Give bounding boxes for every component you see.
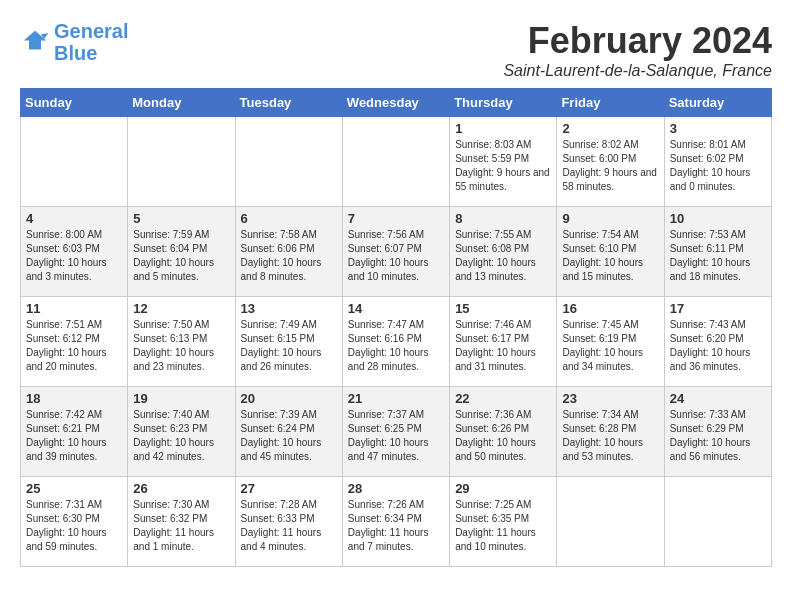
day-number: 20 xyxy=(241,391,337,406)
calendar-cell: 11Sunrise: 7:51 AMSunset: 6:12 PMDayligh… xyxy=(21,297,128,387)
day-number: 8 xyxy=(455,211,551,226)
calendar-cell xyxy=(21,117,128,207)
day-number: 14 xyxy=(348,301,444,316)
calendar-cell: 7Sunrise: 7:56 AMSunset: 6:07 PMDaylight… xyxy=(342,207,449,297)
calendar-cell: 25Sunrise: 7:31 AMSunset: 6:30 PMDayligh… xyxy=(21,477,128,567)
calendar-cell: 26Sunrise: 7:30 AMSunset: 6:32 PMDayligh… xyxy=(128,477,235,567)
day-number: 24 xyxy=(670,391,766,406)
calendar-title: February 2024 xyxy=(503,20,772,62)
calendar-cell: 16Sunrise: 7:45 AMSunset: 6:19 PMDayligh… xyxy=(557,297,664,387)
logo-line2: Blue xyxy=(54,42,97,64)
calendar-cell: 18Sunrise: 7:42 AMSunset: 6:21 PMDayligh… xyxy=(21,387,128,477)
calendar-cell: 10Sunrise: 7:53 AMSunset: 6:11 PMDayligh… xyxy=(664,207,771,297)
calendar-header-tuesday: Tuesday xyxy=(235,89,342,117)
calendar-cell: 28Sunrise: 7:26 AMSunset: 6:34 PMDayligh… xyxy=(342,477,449,567)
day-info: Sunrise: 7:53 AMSunset: 6:11 PMDaylight:… xyxy=(670,228,766,284)
day-info: Sunrise: 7:54 AMSunset: 6:10 PMDaylight:… xyxy=(562,228,658,284)
day-info: Sunrise: 7:43 AMSunset: 6:20 PMDaylight:… xyxy=(670,318,766,374)
day-info: Sunrise: 7:58 AMSunset: 6:06 PMDaylight:… xyxy=(241,228,337,284)
calendar-subtitle: Saint-Laurent-de-la-Salanque, France xyxy=(503,62,772,80)
calendar-cell: 21Sunrise: 7:37 AMSunset: 6:25 PMDayligh… xyxy=(342,387,449,477)
calendar-cell: 6Sunrise: 7:58 AMSunset: 6:06 PMDaylight… xyxy=(235,207,342,297)
calendar-cell: 20Sunrise: 7:39 AMSunset: 6:24 PMDayligh… xyxy=(235,387,342,477)
day-info: Sunrise: 7:46 AMSunset: 6:17 PMDaylight:… xyxy=(455,318,551,374)
day-info: Sunrise: 7:37 AMSunset: 6:25 PMDaylight:… xyxy=(348,408,444,464)
calendar-cell: 19Sunrise: 7:40 AMSunset: 6:23 PMDayligh… xyxy=(128,387,235,477)
day-number: 21 xyxy=(348,391,444,406)
day-number: 23 xyxy=(562,391,658,406)
day-info: Sunrise: 7:33 AMSunset: 6:29 PMDaylight:… xyxy=(670,408,766,464)
day-number: 4 xyxy=(26,211,122,226)
day-info: Sunrise: 7:59 AMSunset: 6:04 PMDaylight:… xyxy=(133,228,229,284)
title-block: February 2024 Saint-Laurent-de-la-Salanq… xyxy=(503,20,772,80)
calendar-cell xyxy=(557,477,664,567)
day-info: Sunrise: 8:00 AMSunset: 6:03 PMDaylight:… xyxy=(26,228,122,284)
calendar-week-row: 25Sunrise: 7:31 AMSunset: 6:30 PMDayligh… xyxy=(21,477,772,567)
calendar-cell: 24Sunrise: 7:33 AMSunset: 6:29 PMDayligh… xyxy=(664,387,771,477)
logo-icon xyxy=(20,27,50,57)
calendar-header-saturday: Saturday xyxy=(664,89,771,117)
day-info: Sunrise: 8:01 AMSunset: 6:02 PMDaylight:… xyxy=(670,138,766,194)
logo: General Blue xyxy=(20,20,128,64)
day-info: Sunrise: 7:49 AMSunset: 6:15 PMDaylight:… xyxy=(241,318,337,374)
day-info: Sunrise: 7:47 AMSunset: 6:16 PMDaylight:… xyxy=(348,318,444,374)
day-info: Sunrise: 7:42 AMSunset: 6:21 PMDaylight:… xyxy=(26,408,122,464)
day-number: 9 xyxy=(562,211,658,226)
day-number: 17 xyxy=(670,301,766,316)
calendar-cell: 8Sunrise: 7:55 AMSunset: 6:08 PMDaylight… xyxy=(450,207,557,297)
day-info: Sunrise: 7:56 AMSunset: 6:07 PMDaylight:… xyxy=(348,228,444,284)
calendar-cell: 23Sunrise: 7:34 AMSunset: 6:28 PMDayligh… xyxy=(557,387,664,477)
day-info: Sunrise: 7:45 AMSunset: 6:19 PMDaylight:… xyxy=(562,318,658,374)
day-number: 15 xyxy=(455,301,551,316)
day-info: Sunrise: 7:50 AMSunset: 6:13 PMDaylight:… xyxy=(133,318,229,374)
svg-marker-0 xyxy=(24,31,47,50)
calendar-body: 1Sunrise: 8:03 AMSunset: 5:59 PMDaylight… xyxy=(21,117,772,567)
calendar-cell: 15Sunrise: 7:46 AMSunset: 6:17 PMDayligh… xyxy=(450,297,557,387)
calendar-header-wednesday: Wednesday xyxy=(342,89,449,117)
calendar-cell: 29Sunrise: 7:25 AMSunset: 6:35 PMDayligh… xyxy=(450,477,557,567)
logo-line1: General xyxy=(54,20,128,42)
calendar-week-row: 1Sunrise: 8:03 AMSunset: 5:59 PMDaylight… xyxy=(21,117,772,207)
day-info: Sunrise: 7:26 AMSunset: 6:34 PMDaylight:… xyxy=(348,498,444,554)
calendar-cell: 14Sunrise: 7:47 AMSunset: 6:16 PMDayligh… xyxy=(342,297,449,387)
day-number: 3 xyxy=(670,121,766,136)
day-number: 19 xyxy=(133,391,229,406)
logo-text: General Blue xyxy=(54,20,128,64)
day-number: 2 xyxy=(562,121,658,136)
calendar-cell xyxy=(128,117,235,207)
day-number: 26 xyxy=(133,481,229,496)
day-number: 11 xyxy=(26,301,122,316)
page-header: General Blue February 2024 Saint-Laurent… xyxy=(20,20,772,80)
calendar-table: SundayMondayTuesdayWednesdayThursdayFrid… xyxy=(20,88,772,567)
calendar-cell: 13Sunrise: 7:49 AMSunset: 6:15 PMDayligh… xyxy=(235,297,342,387)
calendar-cell: 3Sunrise: 8:01 AMSunset: 6:02 PMDaylight… xyxy=(664,117,771,207)
calendar-cell: 22Sunrise: 7:36 AMSunset: 6:26 PMDayligh… xyxy=(450,387,557,477)
day-number: 1 xyxy=(455,121,551,136)
day-number: 12 xyxy=(133,301,229,316)
day-info: Sunrise: 7:39 AMSunset: 6:24 PMDaylight:… xyxy=(241,408,337,464)
day-info: Sunrise: 7:25 AMSunset: 6:35 PMDaylight:… xyxy=(455,498,551,554)
day-number: 25 xyxy=(26,481,122,496)
day-number: 13 xyxy=(241,301,337,316)
calendar-cell xyxy=(664,477,771,567)
calendar-header-friday: Friday xyxy=(557,89,664,117)
day-info: Sunrise: 7:34 AMSunset: 6:28 PMDaylight:… xyxy=(562,408,658,464)
day-info: Sunrise: 7:55 AMSunset: 6:08 PMDaylight:… xyxy=(455,228,551,284)
day-number: 22 xyxy=(455,391,551,406)
calendar-week-row: 4Sunrise: 8:00 AMSunset: 6:03 PMDaylight… xyxy=(21,207,772,297)
day-info: Sunrise: 7:30 AMSunset: 6:32 PMDaylight:… xyxy=(133,498,229,554)
day-info: Sunrise: 8:02 AMSunset: 6:00 PMDaylight:… xyxy=(562,138,658,194)
calendar-cell: 2Sunrise: 8:02 AMSunset: 6:00 PMDaylight… xyxy=(557,117,664,207)
day-number: 5 xyxy=(133,211,229,226)
calendar-cell: 5Sunrise: 7:59 AMSunset: 6:04 PMDaylight… xyxy=(128,207,235,297)
day-info: Sunrise: 7:51 AMSunset: 6:12 PMDaylight:… xyxy=(26,318,122,374)
calendar-header-sunday: Sunday xyxy=(21,89,128,117)
calendar-cell: 4Sunrise: 8:00 AMSunset: 6:03 PMDaylight… xyxy=(21,207,128,297)
day-number: 18 xyxy=(26,391,122,406)
day-number: 10 xyxy=(670,211,766,226)
calendar-cell: 17Sunrise: 7:43 AMSunset: 6:20 PMDayligh… xyxy=(664,297,771,387)
calendar-cell xyxy=(342,117,449,207)
calendar-cell xyxy=(235,117,342,207)
calendar-cell: 9Sunrise: 7:54 AMSunset: 6:10 PMDaylight… xyxy=(557,207,664,297)
day-number: 7 xyxy=(348,211,444,226)
